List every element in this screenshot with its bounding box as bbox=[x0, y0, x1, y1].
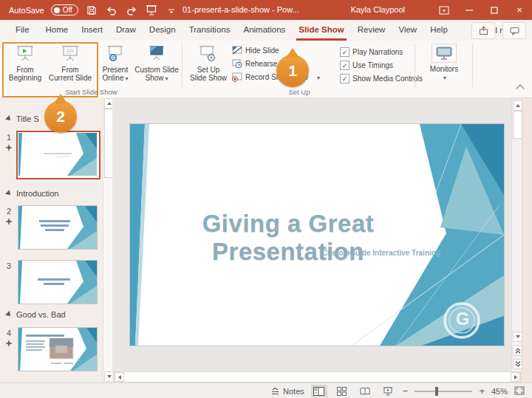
scrollbar-thumb[interactable] bbox=[513, 111, 522, 139]
checkbox-checked-icon bbox=[340, 61, 349, 70]
tab-view[interactable]: View bbox=[392, 20, 423, 41]
scroll-up-button[interactable] bbox=[104, 98, 112, 109]
section-good-vs-bad[interactable]: Good vs. Bad bbox=[6, 310, 66, 319]
scroll-right-button[interactable] bbox=[511, 372, 520, 382]
slide-3-thumbnail[interactable] bbox=[18, 260, 98, 304]
tab-animations[interactable]: Animations bbox=[236, 20, 292, 41]
slide-sorter-view-button[interactable] bbox=[334, 385, 350, 397]
reading-view-button[interactable] bbox=[357, 385, 373, 397]
share-button[interactable] bbox=[471, 22, 495, 39]
normal-view-button[interactable] bbox=[311, 385, 327, 397]
from-current-label-2: Current Slide bbox=[49, 74, 92, 82]
hide-slide-button[interactable]: Hide Slide bbox=[232, 46, 279, 55]
slide-1-thumbnail[interactable] bbox=[16, 131, 100, 179]
slide-editor-area: Giving a Great Presentation CustomGuide … bbox=[112, 97, 522, 382]
comments-button[interactable] bbox=[502, 22, 526, 39]
slide-show-view-button[interactable] bbox=[380, 385, 396, 397]
previous-slide-button[interactable] bbox=[513, 346, 522, 356]
from-current-slide-button[interactable]: FromCurrent Slide bbox=[46, 44, 95, 82]
customize-qat-icon[interactable] bbox=[165, 4, 178, 17]
notes-button[interactable]: Notes bbox=[271, 387, 304, 396]
scrollbar-thumb[interactable] bbox=[104, 109, 112, 178]
zoom-in-button[interactable]: + bbox=[479, 385, 485, 397]
monitors-dropdown-icon bbox=[442, 73, 446, 81]
slide-subtitle[interactable]: CustomGuide Interactive Training bbox=[322, 249, 440, 257]
group-label-setup: Set Up bbox=[183, 88, 415, 96]
group-separator bbox=[472, 44, 473, 87]
notes-icon bbox=[271, 387, 279, 395]
redo-icon[interactable] bbox=[125, 4, 138, 17]
tab-review[interactable]: Review bbox=[351, 20, 392, 41]
slide-4-thumbnail[interactable] bbox=[18, 327, 98, 371]
thumbnail-scrollbar[interactable] bbox=[103, 97, 112, 382]
comment-icon bbox=[510, 27, 519, 35]
notes-label: Notes bbox=[283, 387, 304, 396]
maximize-button[interactable] bbox=[482, 0, 507, 20]
minimize-button[interactable] bbox=[457, 0, 482, 20]
editor-vertical-scrollbar[interactable] bbox=[511, 99, 522, 373]
save-icon[interactable] bbox=[85, 4, 98, 17]
tab-draw[interactable]: Draw bbox=[109, 20, 143, 41]
reading-view-icon bbox=[360, 387, 370, 396]
tab-insert[interactable]: Insert bbox=[75, 20, 109, 41]
slide-sorter-icon bbox=[337, 387, 347, 396]
editor-horizontal-scrollbar[interactable] bbox=[114, 371, 521, 382]
section-label: Good vs. Bad bbox=[16, 310, 66, 319]
checkbox-checked-icon bbox=[340, 47, 349, 57]
user-name[interactable]: Kayla Claypool bbox=[351, 0, 405, 20]
section-introduction[interactable]: Introduction bbox=[6, 189, 58, 198]
slide-title[interactable]: Giving a Great Presentation bbox=[136, 210, 440, 266]
play-narrations-label: Play Narrations bbox=[352, 48, 403, 56]
tab-file[interactable]: File bbox=[6, 20, 39, 41]
scroll-left-button[interactable] bbox=[115, 372, 124, 382]
section-title-slide[interactable]: Title S bbox=[6, 114, 39, 123]
play-narrations-checkbox[interactable]: Play Narrations bbox=[340, 47, 403, 57]
slide-number: 1 bbox=[7, 133, 11, 142]
section-label: Title S bbox=[16, 114, 39, 123]
use-timings-checkbox[interactable]: Use Timings bbox=[340, 61, 393, 70]
record-dropdown-icon[interactable] bbox=[316, 73, 320, 81]
tab-slide-show[interactable]: Slide Show bbox=[292, 20, 350, 41]
collapse-ribbon-icon[interactable] bbox=[516, 84, 524, 92]
fit-to-window-button[interactable] bbox=[514, 386, 525, 397]
normal-view-icon bbox=[313, 387, 324, 396]
slide-number: 2 bbox=[7, 207, 11, 216]
slide-canvas[interactable]: Giving a Great Presentation CustomGuide … bbox=[130, 124, 504, 346]
show-media-controls-checkbox[interactable]: Show Media Controls bbox=[340, 74, 423, 83]
scroll-down-button[interactable] bbox=[513, 332, 522, 342]
zoom-out-button[interactable]: − bbox=[403, 385, 409, 397]
set-up-slide-show-button[interactable]: Set UpSlide Show bbox=[189, 44, 228, 82]
close-button[interactable]: × bbox=[507, 0, 532, 20]
animation-star-icon bbox=[5, 340, 13, 349]
present-online-button[interactable]: PresentOnline bbox=[98, 44, 132, 83]
start-slideshow-icon[interactable] bbox=[145, 4, 158, 17]
tab-design[interactable]: Design bbox=[143, 20, 183, 41]
animation-star-icon bbox=[5, 218, 13, 227]
callout-step-1: 1 bbox=[276, 55, 309, 87]
ribbon-display-options-icon[interactable] bbox=[432, 0, 457, 20]
scroll-down-button[interactable] bbox=[104, 371, 112, 382]
tab-transitions[interactable]: Transitions bbox=[183, 20, 237, 41]
from-beginning-button[interactable]: FromBeginning bbox=[5, 44, 45, 82]
show-media-controls-label: Show Media Controls bbox=[352, 75, 423, 83]
autosave-toggle[interactable]: Off bbox=[51, 4, 78, 16]
slide-2-thumbnail[interactable] bbox=[18, 205, 98, 250]
scroll-up-button[interactable] bbox=[513, 100, 522, 111]
undo-icon[interactable] bbox=[105, 4, 118, 17]
next-slide-button[interactable] bbox=[513, 359, 522, 369]
arrow-down-icon bbox=[516, 335, 520, 338]
tab-help[interactable]: Help bbox=[423, 20, 454, 41]
custom-slide-show-button[interactable]: Custom SlideShow bbox=[134, 44, 180, 83]
zoom-level[interactable]: 45% bbox=[491, 387, 508, 396]
section-expand-icon bbox=[5, 190, 13, 197]
present-online-label-2: Online bbox=[103, 74, 129, 82]
setup-big-label-2: Slide Show bbox=[190, 74, 227, 82]
monitors-button[interactable]: Monitors bbox=[426, 44, 463, 82]
present-online-icon bbox=[106, 44, 125, 64]
zoom-slider[interactable] bbox=[415, 391, 472, 392]
from-current-label-1: From bbox=[61, 66, 78, 74]
zoom-slider-thumb[interactable] bbox=[435, 387, 438, 396]
record-slide-show-icon bbox=[232, 72, 242, 82]
tab-home[interactable]: Home bbox=[39, 20, 75, 41]
from-beginning-label-2: Beginning bbox=[9, 74, 41, 82]
